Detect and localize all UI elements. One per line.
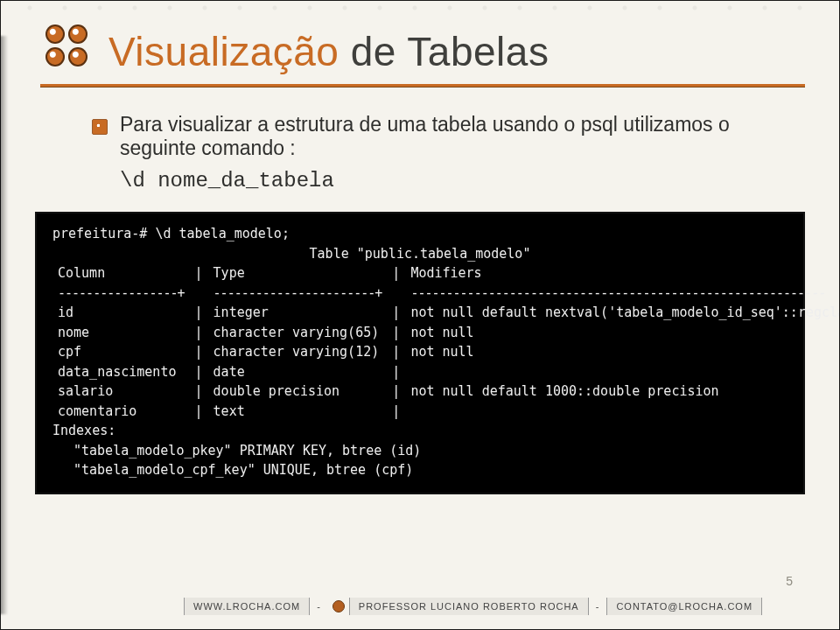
table-divider: -----------------+ ---------------------… (52, 284, 840, 304)
terminal-output: prefeitura-# \d tabela_modelo; Table "pu… (35, 212, 805, 494)
footer-mail: CONTATO@LROCHA.COM (606, 598, 762, 615)
bullet-icon (92, 119, 108, 135)
col-header: Modifiers (410, 265, 481, 281)
footer-dot-icon (332, 600, 345, 612)
col-header: Column (58, 265, 105, 281)
index-line: "tabela_modelo_pkey" PRIMARY KEY, btree … (52, 441, 788, 461)
footer-prof: PROFESSOR LUCIANO ROBERTO ROCHA (349, 598, 589, 615)
table-row: cpf|character varying(12)|not null (52, 342, 840, 362)
table-row: salario|double precision|not null defaul… (52, 382, 840, 402)
index-line: "tabela_modelo_cpf_key" UNIQUE, btree (c… (52, 460, 788, 480)
terminal-table-caption: Table "public.tabela_modelo" (52, 244, 788, 264)
footer-bar: WWW.LROCHA.COM - PROFESSOR LUCIANO ROBER… (0, 595, 840, 618)
table-header-row: Column | Type | Modifiers (52, 263, 840, 284)
table-row: comentario|text| (52, 402, 840, 422)
content-area: Para visualizar a estrutura de uma tabel… (0, 87, 840, 192)
indexes-label: Indexes: (52, 421, 788, 441)
code-example: \d nome_da_tabela (120, 169, 788, 192)
table-row: nome|character varying(65)|not null (52, 323, 840, 343)
bullet-text: Para visualizar a estrutura de uma tabel… (120, 113, 788, 160)
slide-title: Visualização de Tabelas (108, 28, 549, 75)
table-row: id|integer|not null default nextval('tab… (52, 303, 840, 323)
bullet-item: Para visualizar a estrutura de uma tabel… (92, 113, 788, 160)
col-header: Type (214, 265, 245, 281)
title-part2: de Tabelas (351, 29, 550, 74)
page-number: 5 (786, 574, 793, 588)
logo-dots-icon (46, 24, 88, 66)
terminal-prompt: prefeitura-# \d tabela_modelo; (52, 224, 788, 244)
title-part1: Visualização (108, 29, 339, 74)
footer-site: WWW.LROCHA.COM (184, 598, 310, 615)
top-grunge (26, 4, 814, 12)
table-row: data_nascimento|date| (52, 362, 840, 382)
terminal-table: Column | Type | Modifiers --------------… (52, 263, 840, 421)
